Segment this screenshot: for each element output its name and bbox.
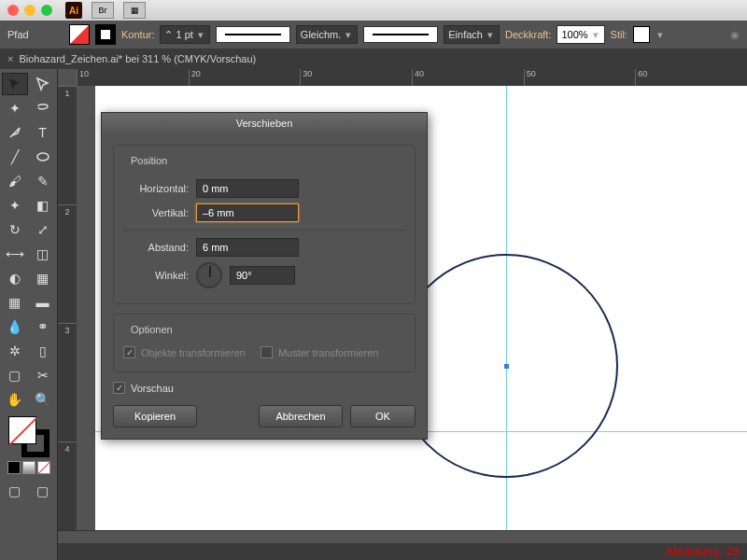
transform-objects-checkbox: ✓ [123, 346, 135, 358]
color-mode-button[interactable] [7, 461, 21, 474]
selection-label: Pfad [7, 29, 63, 40]
angle-input[interactable]: 90° [230, 266, 295, 285]
graph-tool[interactable]: ▯ [30, 340, 56, 362]
transform-patterns-checkbox [261, 346, 273, 358]
document-tab-title[interactable]: Biohazard_Zeichen.ai* bei 311 % (CMYK/Vo… [19, 53, 256, 64]
app-logo-icon: Ai [65, 2, 82, 19]
zoom-window-button[interactable] [41, 5, 52, 16]
stroke-weight-value: 1 pt [176, 29, 192, 40]
angle-dial[interactable] [196, 262, 222, 288]
status-bar [58, 543, 747, 560]
preview-label: Vorschau [131, 383, 174, 394]
vertical-input[interactable]: –6 mm [196, 203, 299, 222]
stroke-label: Kontur: [121, 29, 154, 40]
move-dialog: Verschieben Position Horizontal: 0 mm Ve… [101, 112, 428, 440]
tools-panel: ✦ T ╱ 🖌 ✎ ✦ ◧ ↻ ⤢ ⟷ ◫ ◐ ▦ ▦ ▬ 💧 ⚭ ✲ ▯ ▢ … [0, 69, 58, 560]
horizontal-input[interactable]: 0 mm [196, 179, 299, 198]
stroke-weight-field[interactable]: ⌃1 pt▾ [160, 25, 209, 44]
control-bar: Pfad Kontur: ⌃1 pt▾ Gleichm.▾ Einfach▾ D… [0, 21, 747, 49]
ok-button[interactable]: OK [350, 405, 416, 427]
brush-dropdown[interactable] [363, 26, 438, 43]
none-mode-button[interactable] [37, 461, 50, 474]
draw-normal-button[interactable]: ▢ [2, 480, 28, 502]
vertical-label: Vertikal: [123, 207, 189, 218]
hand-tool[interactable]: ✋ [2, 388, 28, 411]
horizontal-ruler: 102030405060 [77, 69, 747, 86]
angle-label: Winkel: [123, 270, 189, 281]
rotate-tool[interactable]: ↻ [2, 218, 28, 241]
blend-tool[interactable]: ⚭ [30, 315, 56, 338]
width-tool[interactable]: ⟷ [2, 243, 28, 265]
stroke-corners-dropdown[interactable]: Einfach▾ [444, 25, 500, 44]
transform-patterns-label: Muster transformieren [278, 347, 379, 358]
minimize-window-button[interactable] [24, 5, 35, 16]
pen-tool[interactable] [2, 121, 28, 144]
ellipse-tool[interactable] [30, 146, 56, 168]
close-window-button[interactable] [7, 5, 19, 16]
transform-objects-label: Objekte transformieren [141, 347, 246, 358]
shape-builder-tool[interactable]: ◐ [2, 267, 28, 289]
type-tool[interactable]: T [30, 121, 56, 144]
line-tool[interactable]: ╱ [2, 146, 28, 168]
eyedropper-tool[interactable]: 💧 [2, 315, 28, 338]
stroke-profile-dropdown[interactable] [216, 26, 290, 43]
gradient-mode-button[interactable] [22, 461, 35, 474]
copy-button[interactable]: Kopieren [113, 405, 197, 427]
paintbrush-tool[interactable]: 🖌 [2, 170, 28, 192]
preview-checkbox[interactable]: ✓ [113, 382, 125, 394]
window-titlebar: Ai Br ▦ [0, 0, 747, 21]
document-tab-bar: × Biohazard_Zeichen.ai* bei 311 % (CMYK/… [0, 49, 747, 69]
screen-mode-button[interactable]: ▢ [30, 480, 56, 502]
stroke-caps-dropdown[interactable]: Gleichm.▾ [296, 25, 358, 44]
svg-point-0 [37, 153, 49, 161]
style-swatch[interactable] [633, 26, 650, 43]
opacity-field[interactable]: 100%▾ [557, 25, 604, 44]
position-group-label: Position [127, 155, 171, 166]
arrange-docs-button[interactable]: ▦ [123, 2, 146, 19]
mesh-tool[interactable]: ▦ [2, 291, 28, 314]
slice-tool[interactable]: ✂ [30, 364, 56, 386]
distance-input[interactable]: 6 mm [196, 238, 299, 257]
figure-label: Abbildung: 25 [665, 544, 740, 558]
panel-menu-icon[interactable]: ◉ [730, 29, 740, 41]
artboard-tool[interactable]: ▢ [2, 364, 28, 386]
dialog-title[interactable]: Verschieben [102, 113, 427, 133]
cancel-button[interactable]: Abbrechen [259, 405, 343, 427]
pencil-tool[interactable]: ✎ [30, 170, 56, 192]
selection-tool[interactable] [2, 73, 28, 95]
distance-label: Abstand: [123, 242, 189, 253]
fill-color-box[interactable] [8, 416, 36, 444]
style-label: Stil: [611, 29, 627, 40]
opacity-label: Deckkraft: [505, 29, 552, 40]
fill-swatch[interactable] [69, 24, 90, 45]
zoom-tool[interactable]: 🔍 [30, 388, 56, 411]
symbol-sprayer-tool[interactable]: ✲ [2, 340, 28, 362]
lasso-tool[interactable] [30, 97, 56, 119]
blob-brush-tool[interactable]: ✦ [2, 194, 28, 217]
free-transform-tool[interactable]: ◫ [30, 243, 56, 265]
style-dropdown-icon[interactable]: ▾ [655, 29, 665, 41]
horizontal-label: Horizontal: [123, 183, 189, 194]
perspective-tool[interactable]: ▦ [30, 267, 56, 289]
options-group-label: Optionen [127, 324, 176, 335]
gradient-tool[interactable]: ▬ [30, 291, 56, 314]
bridge-button[interactable]: Br [92, 2, 114, 19]
fill-stroke-indicator[interactable] [8, 416, 49, 457]
horizontal-scrollbar[interactable] [58, 530, 747, 543]
tab-close-button[interactable]: × [7, 53, 13, 64]
vertical-ruler: 1234 [58, 86, 77, 560]
scale-tool[interactable]: ⤢ [30, 218, 56, 241]
eraser-tool[interactable]: ◧ [30, 194, 56, 217]
stroke-swatch[interactable] [95, 24, 116, 45]
magic-wand-tool[interactable]: ✦ [2, 97, 28, 119]
anchor-point[interactable] [504, 364, 509, 369]
direct-selection-tool[interactable] [30, 73, 56, 95]
